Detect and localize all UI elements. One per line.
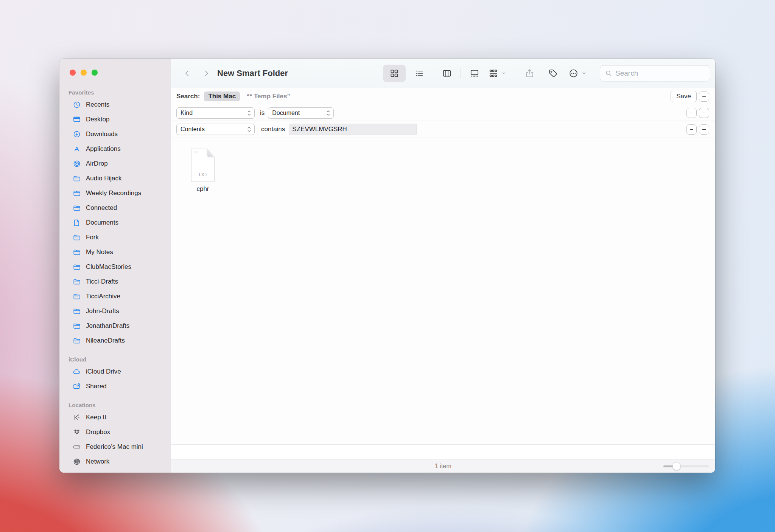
sidebar-item-weekly-recordings[interactable]: Weekly Recordings [59, 186, 171, 200]
sidebar-item-label: John-Drafts [86, 307, 119, 315]
sidebar-section: Favorites Recents Desktop Downloads Appl… [59, 87, 171, 348]
sidebar-item-network[interactable]: Network [59, 454, 171, 469]
sidebar-item-connected[interactable]: Connected [59, 200, 171, 215]
sidebar-item-label: Dropbox [86, 428, 110, 436]
sidebar-item-dropbox[interactable]: Dropbox [59, 425, 171, 439]
criterion-row-kind: Kind is Document [171, 105, 715, 121]
sidebar-item-nileanedrafts[interactable]: NileaneDrafts [59, 333, 171, 348]
chevron-down-icon [501, 71, 506, 76]
sidebar-item-label: Weekly Recordings [86, 189, 141, 197]
remove-search-button[interactable] [699, 92, 709, 102]
remove-criterion-button[interactable] [686, 108, 697, 118]
toolbar-search-field[interactable] [600, 65, 710, 81]
sidebar-item-applications[interactable]: Applications [59, 141, 171, 156]
attribute-select[interactable]: Contents [176, 124, 255, 135]
sidebar-item-ticciarchive[interactable]: TicciArchive [59, 289, 171, 304]
folder-icon [73, 322, 81, 330]
sidebar-item-label: Documents [86, 219, 118, 226]
page-fold [207, 149, 215, 157]
icon-size-slider[interactable] [663, 462, 709, 470]
close-window-button[interactable] [70, 70, 76, 76]
sidebar-item-shared[interactable]: Shared [59, 379, 171, 394]
sidebar-item-airdrop[interactable]: AirDrop [59, 156, 171, 171]
zoom-window-button[interactable] [92, 70, 98, 76]
forward-button[interactable] [200, 67, 213, 80]
attribute-select[interactable]: Kind [176, 107, 255, 119]
sidebar-item-icloud-drive[interactable]: iCloud Drive [59, 364, 171, 379]
minus-icon [701, 94, 707, 99]
folder-icon [73, 233, 81, 242]
sidebar-item-ticci-drafts[interactable]: Ticci-Drafts [59, 274, 171, 289]
main-area: New Smart Folder [171, 59, 715, 473]
sidebar-item-audio-hijack[interactable]: Audio Hijack [59, 171, 171, 186]
appstore-icon [73, 145, 81, 153]
status-bar: 1 item [171, 459, 715, 473]
file-item[interactable]: TXT cphr [185, 149, 221, 193]
chevron-right-icon [202, 69, 211, 78]
sidebar-item-recents[interactable]: Recents [59, 97, 171, 112]
sidebar-item-label: AirDrop [86, 160, 108, 168]
cloud-icon [73, 368, 81, 376]
contains-value-input[interactable] [289, 124, 417, 135]
sidebar-item-label: Applications [86, 145, 121, 153]
sidebar-item-label: My Notes [86, 248, 113, 256]
toolbar-separator [433, 68, 433, 78]
operator-label: contains [261, 126, 285, 133]
folder-icon [73, 263, 81, 271]
folder-icon [73, 307, 81, 315]
sidebar-item-fork[interactable]: Fork [59, 230, 171, 245]
search-scope-bar: Search: This Mac “* Temp Files” Save [171, 88, 715, 105]
folder-icon [73, 278, 81, 286]
minus-icon [689, 127, 694, 132]
sidebar-item-my-notes[interactable]: My Notes [59, 245, 171, 259]
column-view-button[interactable] [436, 65, 458, 82]
sidebar-item-clubmacstories[interactable]: ClubMacStories [59, 259, 171, 274]
list-view-button[interactable] [408, 65, 431, 82]
search-input[interactable] [615, 69, 705, 78]
plus-icon [701, 127, 707, 132]
sidebar-item-label: Audio Hijack [86, 175, 122, 182]
add-criterion-button[interactable] [699, 108, 709, 118]
sidebar-item-jonathandrafts[interactable]: JonathanDrafts [59, 318, 171, 333]
sidebar-item-john-drafts[interactable]: John-Drafts [59, 304, 171, 318]
sidebar-section-title: iCloud [59, 354, 171, 364]
doc-text-line [194, 152, 198, 152]
folder-icon [73, 292, 81, 301]
stepper-icon [247, 126, 252, 133]
save-button[interactable]: Save [671, 91, 697, 102]
globe-icon [73, 458, 81, 466]
value-select[interactable]: Document [268, 107, 334, 119]
sidebar-section-title: Locations [59, 400, 171, 410]
search-label: Search: [176, 93, 200, 100]
list-view-icon [414, 68, 424, 78]
scope-this-mac-button[interactable]: This Mac [204, 92, 240, 101]
slider-knob[interactable] [672, 462, 681, 470]
gallery-view-button[interactable] [463, 65, 486, 82]
minus-icon [689, 110, 694, 116]
sidebar-item-label: Desktop [86, 116, 109, 123]
scope-query-label: “* Temp Files” [246, 93, 290, 100]
sidebar-item-downloads[interactable]: Downloads [59, 127, 171, 141]
group-by-button[interactable] [488, 68, 506, 78]
tags-button[interactable] [548, 68, 558, 78]
more-actions-button[interactable] [568, 68, 587, 78]
sidebar-item-federico-s-mac-mini[interactable]: Federico’s Mac mini [59, 439, 171, 454]
sidebar-item-label: NileaneDrafts [86, 337, 125, 344]
icon-view-button[interactable] [383, 65, 406, 82]
sidebar-item-label: TicciArchive [86, 293, 120, 300]
chevron-left-icon [183, 69, 192, 78]
sidebar-item-label: Downloads [86, 130, 118, 138]
sidebar-item-documents[interactable]: Documents [59, 215, 171, 230]
add-criterion-button[interactable] [699, 124, 709, 135]
sidebar-item-label: iCloud Drive [86, 368, 121, 375]
back-button[interactable] [181, 67, 194, 80]
sidebar-item-desktop[interactable]: Desktop [59, 112, 171, 127]
remove-criterion-button[interactable] [686, 124, 697, 135]
criterion-row-contents: Contents contains [171, 121, 715, 138]
minimize-window-button[interactable] [81, 70, 87, 76]
sidebar-item-keep-it[interactable]: Keep It [59, 410, 171, 425]
share-button[interactable] [524, 68, 535, 78]
attribute-select-value: Kind [181, 110, 193, 116]
gallery-view-icon [470, 68, 479, 78]
window-controls [70, 70, 98, 76]
